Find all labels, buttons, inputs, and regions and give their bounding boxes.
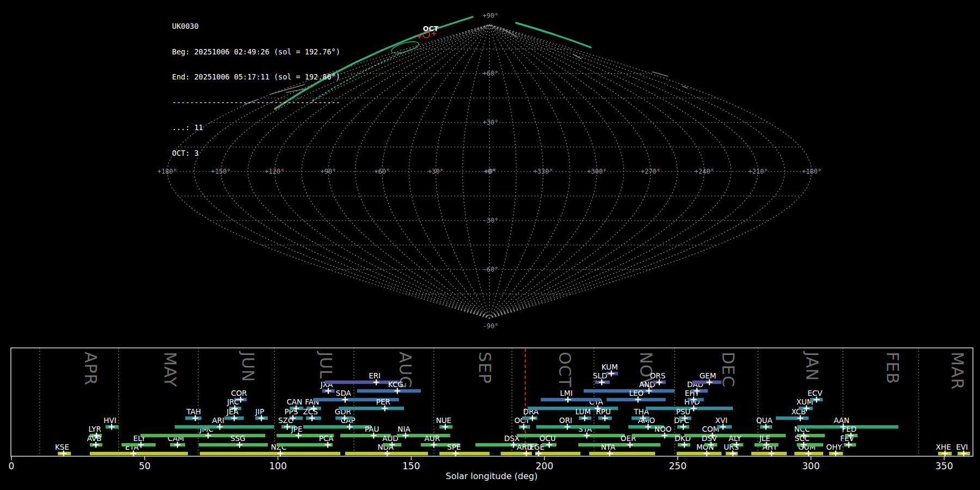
shower-activity-bar (589, 452, 655, 455)
shower-activity-bar (439, 452, 489, 455)
shower-code-label: JPE (291, 425, 303, 433)
x-axis-tick-label: 100 (269, 461, 286, 471)
shower-code-label: OHY (826, 443, 843, 451)
shower-activity-bar (517, 434, 625, 437)
longitude-label: +150° (211, 168, 231, 175)
shower-peak-marker (661, 433, 667, 439)
shower-peak-marker (960, 451, 966, 457)
current-shower-radiant-label: OCT (423, 24, 439, 33)
shower-peak-marker (523, 451, 529, 457)
shower-code-label: SPE (447, 443, 461, 451)
shower-code-label: SLD (593, 371, 608, 380)
longitude-label: +330° (534, 168, 553, 175)
divider-line: -------------------------------------- (172, 99, 340, 107)
shower-peak-marker (237, 442, 243, 448)
shower-peak-marker (296, 433, 302, 439)
shower-code-label: AUD (382, 434, 399, 443)
radiant-ellipse-arc (390, 39, 420, 56)
shower-code-label: XVI (715, 416, 727, 425)
shower-peak-marker (373, 379, 379, 385)
shower-peak-marker (635, 397, 641, 403)
shower-peak-marker (565, 424, 571, 430)
shower-code-label: NIA (397, 425, 411, 433)
shower-activity-bar (277, 443, 333, 446)
x-axis-tick-label: 50 (139, 461, 151, 471)
shower-code-label: OCU (540, 434, 556, 443)
x-axis-title: Solar longitude (deg) (446, 471, 538, 481)
shower-activity-bar (175, 425, 274, 428)
shower-peak-marker (846, 442, 852, 448)
shower-peak-marker (645, 424, 651, 430)
shower-activity-bar (536, 425, 610, 428)
shower-peak-marker (691, 406, 697, 412)
shower-code-label: AUR (425, 434, 440, 443)
shower-peak-marker (627, 442, 633, 448)
shower-peak-marker (546, 442, 552, 448)
shower-peak-marker (565, 397, 571, 403)
shower-peak-marker (347, 424, 353, 430)
month-label: JAN (803, 351, 822, 381)
shower-code-label: COM (702, 425, 720, 433)
shower-peak-marker (131, 451, 137, 457)
longitude-label: +270° (641, 168, 660, 175)
longitude-label: +180° (157, 168, 177, 175)
inactive-drift-segment (652, 72, 668, 76)
shower-activity-bar (140, 434, 265, 437)
shower-code-label: KCG (388, 380, 403, 389)
longitude-label: +90° (321, 168, 336, 175)
shower-peak-marker (205, 433, 211, 439)
shower-peak-marker (452, 451, 458, 457)
shower-activity-bar (303, 425, 371, 428)
longitude-label: +30° (428, 168, 444, 175)
shower-peak-marker (326, 388, 332, 394)
shower-peak-marker (730, 451, 736, 457)
shower-peak-marker (60, 451, 66, 457)
shower-peak-marker (342, 397, 348, 403)
shower-code-label: KUM (602, 363, 618, 371)
shower-code-label: NOO (654, 425, 671, 433)
shower-peak-marker (833, 451, 839, 457)
meteor-shower-activity-screen: { "info_panel": { "lines": [ "UK0030", "… (0, 0, 980, 490)
shower-peak-marker (511, 442, 517, 448)
shower-peak-marker (431, 442, 437, 448)
shower-code-label: RPU (596, 407, 610, 416)
shower-peak-marker (277, 451, 283, 457)
shower-peak-marker (259, 415, 265, 421)
month-label: JUL (316, 351, 335, 379)
shower-peak-marker (813, 397, 819, 403)
shower-code-label: ORS (650, 371, 666, 380)
shower-activity-bar (199, 443, 268, 446)
inactive-drift-segment (503, 29, 517, 37)
shower-peak-marker (704, 451, 710, 457)
shower-peak-marker (707, 379, 713, 385)
shower-peak-marker (607, 451, 612, 457)
shower-code-label: ALY (728, 434, 742, 443)
longitude-label: +180° (802, 168, 822, 175)
shower-peak-marker (174, 442, 180, 448)
shower-code-label: DSV (702, 434, 718, 443)
latitude-label: +90° (483, 12, 499, 20)
longitude-label: +240° (695, 168, 714, 175)
shower-peak-marker (402, 433, 408, 439)
month-label: MAY (161, 352, 180, 387)
shower-code-label: PCA (319, 434, 334, 443)
inactive-drift-segment (573, 54, 581, 59)
shower-peak-marker (382, 406, 388, 412)
latitude-label: +30° (483, 119, 499, 126)
x-axis-tick-label: 350 (935, 461, 953, 471)
shower-peak-marker (138, 442, 144, 448)
shower-code-label: TAH (186, 407, 201, 416)
shower-code-label: LEO (629, 389, 644, 397)
month-label: OCT (555, 352, 574, 388)
shower-peak-marker (384, 451, 390, 457)
shower-code-label: XHE (936, 443, 951, 451)
shower-peak-marker (217, 424, 223, 430)
shower-activity-bar (535, 452, 580, 455)
shower-peak-marker (109, 424, 115, 430)
shower-peak-marker (371, 433, 377, 439)
shower-code-label: AAN (834, 416, 849, 425)
shower-peak-marker (231, 415, 237, 421)
month-label: MAR (948, 352, 967, 390)
shower-code-label: AVB (87, 434, 102, 443)
shower-activity-bar (200, 452, 340, 455)
